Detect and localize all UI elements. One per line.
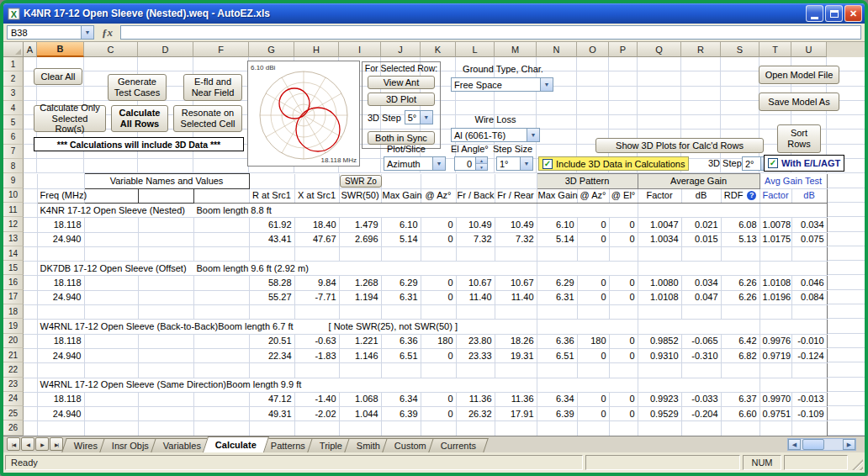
cell[interactable]: 1.479 xyxy=(339,218,381,232)
column-header-C[interactable]: C xyxy=(84,42,138,57)
scroll-left-icon[interactable]: ◀ xyxy=(788,439,801,450)
cell[interactable]: -0.310 xyxy=(681,348,721,362)
cell[interactable]: 180 xyxy=(577,334,609,348)
cell[interactable]: 0 xyxy=(421,218,456,232)
cell[interactable]: 0 xyxy=(577,232,609,246)
cell[interactable]: 1.221 xyxy=(339,334,381,348)
row-header-6[interactable]: 6 xyxy=(3,130,24,144)
cell[interactable] xyxy=(24,348,37,362)
col-header[interactable]: Factor xyxy=(760,188,791,203)
cell[interactable] xyxy=(721,305,760,320)
tabs-next-button[interactable]: ▶ xyxy=(35,437,49,451)
row-header-4[interactable]: 4 xyxy=(3,101,24,115)
cell[interactable] xyxy=(193,392,249,406)
cell[interactable] xyxy=(24,305,37,320)
calculate-all-rows-button[interactable]: Calculate All Rows xyxy=(111,105,168,132)
cell[interactable] xyxy=(638,320,760,334)
cell[interactable] xyxy=(495,246,537,261)
cell[interactable] xyxy=(638,378,760,392)
cell[interactable]: 0.075 xyxy=(791,232,827,246)
cell[interactable]: 10.67 xyxy=(456,276,495,290)
cell[interactable]: 0 xyxy=(577,392,609,406)
row-header-2[interactable]: 2 xyxy=(3,71,24,86)
spin-up-icon[interactable]: ▲ xyxy=(476,157,487,164)
col-header[interactable]: Fr / Rear xyxy=(495,188,537,203)
cell[interactable] xyxy=(577,421,609,436)
row-header-23[interactable]: 23 xyxy=(3,378,24,392)
cell[interactable] xyxy=(760,203,827,217)
cell[interactable] xyxy=(24,262,37,276)
average-gain-header[interactable]: Average Gain xyxy=(638,174,760,188)
show-3d-plots-button[interactable]: Show 3D Plots for Calc'd Rows xyxy=(595,138,764,153)
efld-near-field-button[interactable]: E-fld and Near Field xyxy=(183,74,242,101)
cell[interactable]: 0 xyxy=(577,348,609,362)
cell[interactable] xyxy=(760,305,791,320)
column-header-D[interactable]: D xyxy=(138,42,193,57)
cell[interactable] xyxy=(24,276,37,290)
cell[interactable] xyxy=(193,348,249,362)
cell[interactable] xyxy=(193,218,249,232)
cell[interactable] xyxy=(339,421,381,436)
cell[interactable] xyxy=(193,246,249,261)
cell[interactable] xyxy=(193,407,249,421)
cell[interactable] xyxy=(381,305,421,320)
3d-plot-button[interactable]: 3D Plot xyxy=(368,93,435,106)
cell[interactable]: 6.39 xyxy=(381,407,421,421)
cell[interactable] xyxy=(37,305,84,320)
cell[interactable] xyxy=(638,363,681,378)
cell[interactable]: 1.0034 xyxy=(638,232,681,246)
row-header-19[interactable]: 19 xyxy=(3,319,24,333)
cell[interactable]: -0.033 xyxy=(681,392,721,406)
column-header-T[interactable]: T xyxy=(760,42,791,57)
cell[interactable] xyxy=(721,421,760,436)
cell[interactable] xyxy=(537,363,577,378)
scrollbar-thumb[interactable] xyxy=(802,439,824,450)
cell[interactable] xyxy=(193,276,249,290)
help-icon[interactable]: ? xyxy=(747,191,756,200)
formula-input[interactable] xyxy=(120,25,861,40)
cell[interactable]: 0.034 xyxy=(681,276,721,290)
cell[interactable]: -0.63 xyxy=(294,334,339,348)
cell[interactable]: 0 xyxy=(421,348,456,362)
section-title-row[interactable]: K4NR 17-12 Open Sleeve (Nested)Boom leng… xyxy=(37,203,537,217)
cell[interactable] xyxy=(84,246,138,261)
cell[interactable] xyxy=(249,246,294,261)
cell[interactable] xyxy=(577,246,609,261)
cell[interactable]: 11.36 xyxy=(495,392,537,406)
cell[interactable] xyxy=(791,246,827,261)
cell[interactable]: 1.268 xyxy=(339,276,381,290)
cell[interactable] xyxy=(421,305,456,320)
cell[interactable] xyxy=(84,290,138,304)
cell[interactable] xyxy=(24,290,37,304)
cell[interactable]: 6.26 xyxy=(721,290,760,304)
cell[interactable]: 1.0047 xyxy=(638,218,681,232)
cell[interactable]: 1.0108 xyxy=(638,290,681,304)
cell[interactable]: 6.34 xyxy=(381,392,421,406)
cell[interactable]: 0 xyxy=(577,218,609,232)
cell[interactable] xyxy=(249,421,294,436)
wire-loss-select[interactable]: Al (6061-T6) ▼ xyxy=(451,128,540,142)
cell[interactable] xyxy=(84,276,138,290)
cell[interactable] xyxy=(193,290,249,304)
row-header-24[interactable]: 24 xyxy=(3,392,24,406)
column-header-O[interactable]: O xyxy=(577,42,609,57)
cell[interactable]: 6.34 xyxy=(537,392,577,406)
cell[interactable]: 6.29 xyxy=(537,276,577,290)
dropdown-arrow-icon[interactable]: ▼ xyxy=(540,78,553,91)
cell[interactable] xyxy=(84,188,138,203)
save-model-as-button[interactable]: Save Model As xyxy=(759,93,839,111)
cell[interactable]: 0.9751 xyxy=(760,407,791,421)
plot-slice-select[interactable]: Azimuth ▼ xyxy=(384,156,446,171)
cell[interactable] xyxy=(537,305,577,320)
cell[interactable]: 5.14 xyxy=(537,232,577,246)
cell[interactable] xyxy=(456,174,495,188)
cell[interactable] xyxy=(193,188,249,203)
cell[interactable]: 6.60 xyxy=(721,407,760,421)
cell[interactable]: 10.67 xyxy=(495,276,537,290)
cell[interactable]: 0 xyxy=(421,407,456,421)
el-angle-spinner[interactable]: 0 ▲▼ xyxy=(454,156,488,171)
radiation-pattern-plot[interactable]: 6.10 dBi 18.118 MHz xyxy=(247,61,360,167)
freq-cell[interactable]: 18.118 xyxy=(37,218,84,232)
both-in-sync-button[interactable]: Both in Sync xyxy=(368,131,435,145)
column-header-A[interactable]: A xyxy=(24,42,37,57)
